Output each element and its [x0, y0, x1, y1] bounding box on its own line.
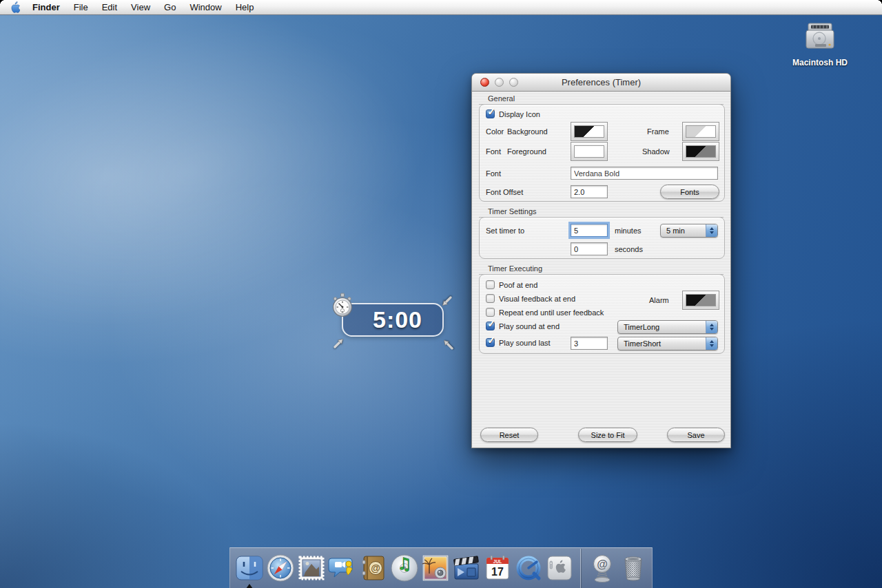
display-icon-checkbox[interactable]: [486, 109, 495, 118]
timer-display[interactable]: 5:00: [342, 303, 444, 337]
dock-safari-icon[interactable]: [265, 552, 296, 584]
last-sound-popup-value: TimerShort: [618, 337, 706, 350]
background-label: Background: [507, 127, 548, 136]
preferences-window: Preferences (Timer) General Display Icon…: [471, 73, 731, 448]
dock-iphoto-icon[interactable]: [420, 552, 451, 584]
font-field-label: Font: [486, 169, 501, 178]
dock-imovie-icon[interactable]: [451, 552, 482, 584]
dock-url-shortcut-icon[interactable]: @: [586, 552, 617, 584]
dock-itunes-icon[interactable]: ♫: [389, 552, 420, 584]
window-title: Preferences (Timer): [472, 77, 730, 87]
general-section-label: General: [479, 94, 724, 105]
dock-divider: [580, 549, 581, 588]
seconds-input[interactable]: [571, 242, 608, 255]
font-offset-label: Font Offset: [486, 188, 523, 196]
frame-color-well[interactable]: [682, 122, 719, 141]
visual-feedback-checkbox[interactable]: [486, 294, 495, 303]
general-group: Display Icon Color Background Frame Font…: [479, 104, 725, 202]
font-column-label: Font: [486, 147, 501, 156]
menu-view[interactable]: View: [124, 0, 157, 15]
last-sound-popup[interactable]: TimerShort: [617, 337, 718, 350]
svg-text:@: @: [597, 558, 608, 570]
end-sound-popup[interactable]: TimerLong: [617, 320, 718, 334]
timer-executing-section-label: Timer Executing: [479, 264, 724, 275]
save-button[interactable]: Save: [667, 428, 725, 442]
svg-text:@: @: [371, 563, 380, 574]
svg-text:♫: ♫: [397, 554, 412, 574]
hard-drive-icon: [801, 22, 839, 54]
poof-label: Poof at end: [499, 281, 537, 289]
font-input[interactable]: [571, 167, 718, 180]
dock-quicktime-icon[interactable]: [513, 552, 544, 584]
end-sound-popup-value: TimerLong: [618, 321, 706, 333]
size-to-fit-button[interactable]: Size to Fit: [578, 428, 637, 442]
dock-trash-icon[interactable]: [617, 552, 648, 584]
menu-window[interactable]: Window: [183, 0, 228, 15]
running-indicator: [246, 584, 253, 588]
dock-ical-icon[interactable]: JUL 17: [482, 552, 513, 584]
apple-menu-icon[interactable]: [10, 1, 20, 13]
window-content: General Display Icon Color Background Fr…: [472, 92, 730, 448]
resize-arrow-icon[interactable]: [443, 339, 453, 350]
font-offset-input[interactable]: [571, 185, 608, 198]
play-sound-last-input[interactable]: [571, 337, 608, 350]
foreground-swatch: [574, 145, 604, 158]
shadow-label: Shadow: [642, 147, 670, 156]
display-icon-label: Display Icon: [499, 110, 540, 118]
fonts-button[interactable]: Fonts: [660, 185, 719, 199]
screen-corner: [876, 0, 882, 6]
menu-bar: Finder File Edit View Go Window Help: [0, 0, 882, 15]
menu-edit[interactable]: Edit: [95, 0, 124, 15]
foreground-label: Foreground: [507, 147, 546, 156]
timer-executing-group: Poof at end Visual feedback at end Alarm…: [479, 274, 725, 354]
alarm-color-well[interactable]: [682, 291, 719, 310]
frame-label: Frame: [647, 127, 669, 136]
stopwatch-icon[interactable]: [329, 292, 355, 321]
alarm-swatch: [686, 294, 716, 306]
frame-swatch: [686, 125, 716, 138]
background-swatch: [574, 125, 604, 138]
preset-popup[interactable]: 5 min: [660, 224, 718, 238]
dock-ichat-icon[interactable]: [327, 552, 358, 584]
foreground-color-well[interactable]: [571, 142, 608, 161]
background-color-well[interactable]: [571, 122, 608, 141]
play-sound-end-checkbox[interactable]: [486, 322, 495, 330]
repeat-checkbox[interactable]: [486, 308, 495, 317]
reset-button[interactable]: Reset: [480, 428, 538, 442]
timer-settings-group: Set timer to minutes 5 min seconds: [479, 217, 725, 259]
dock-mail-icon[interactable]: [296, 552, 327, 584]
popup-arrows-icon: [706, 337, 717, 350]
alarm-label: Alarm: [649, 296, 669, 304]
color-label: Color: [486, 127, 504, 136]
shadow-swatch: [686, 145, 716, 158]
play-sound-last-label: Play sound last: [499, 339, 551, 347]
dock-finder-icon[interactable]: [234, 552, 265, 584]
popup-arrows-icon: [706, 321, 717, 333]
dock-system-preferences-icon[interactable]: [544, 552, 575, 584]
shadow-color-well[interactable]: [682, 142, 719, 161]
repeat-label: Repeat end until user feedback: [499, 308, 604, 317]
window-titlebar[interactable]: Preferences (Timer): [472, 74, 730, 92]
macintosh-hd-icon[interactable]: Macintosh HD: [786, 22, 854, 67]
menu-help[interactable]: Help: [229, 0, 261, 15]
set-timer-label: Set timer to: [486, 227, 524, 235]
play-sound-last-checkbox[interactable]: [486, 338, 495, 347]
resize-arrow-icon[interactable]: [334, 338, 344, 348]
poof-checkbox[interactable]: [486, 280, 495, 289]
volume-label: Macintosh HD: [786, 58, 854, 67]
timer-widget[interactable]: 5:00: [329, 292, 458, 351]
popup-arrows-icon: [706, 224, 717, 237]
ical-day-text: 17: [491, 566, 504, 578]
menu-finder[interactable]: Finder: [25, 0, 67, 15]
minutes-input[interactable]: [571, 224, 608, 237]
ical-month-text: JUL: [493, 559, 501, 564]
menu-go[interactable]: Go: [157, 0, 183, 15]
menu-file[interactable]: File: [67, 0, 95, 15]
preset-popup-value: 5 min: [661, 224, 706, 237]
resize-arrow-icon[interactable]: [442, 296, 452, 306]
timer-settings-section-label: Timer Settings: [479, 207, 724, 218]
screen-corner: [0, 0, 6, 6]
dock-address-book-icon[interactable]: @: [358, 552, 389, 584]
seconds-label: seconds: [615, 245, 643, 253]
visual-feedback-label: Visual feedback at end: [499, 295, 575, 303]
